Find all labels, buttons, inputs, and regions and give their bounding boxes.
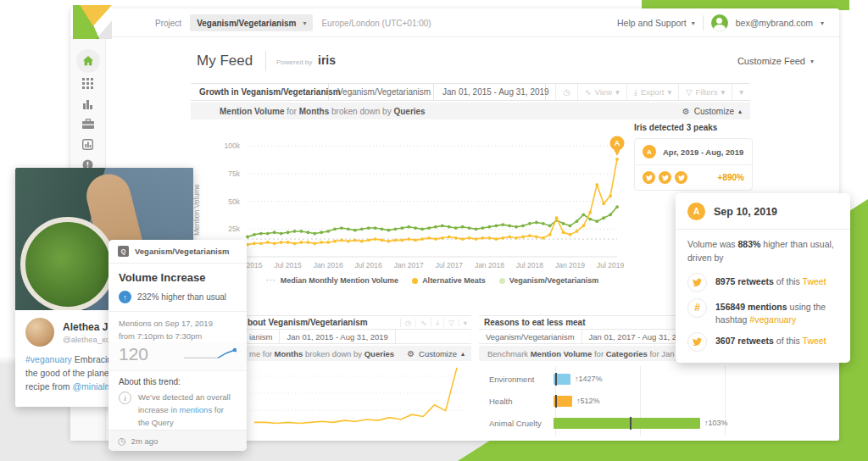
brand-logo[interactable] <box>73 5 112 39</box>
svg-text:A: A <box>615 139 620 147</box>
pale-dot-icon <box>499 278 505 284</box>
chevron-down-icon: ▾ <box>692 19 695 27</box>
feed-header: My Feed Powered by iris Customize Feed ▾ <box>191 47 822 76</box>
twitter-icon <box>687 273 707 292</box>
mentions-link[interactable]: mentions <box>180 405 213 414</box>
iris-peaks-heading: Iris detected 3 peaks <box>634 123 753 132</box>
twitter-icon[interactable] <box>643 171 655 184</box>
driver-row: # 156849 mentions using the hashtag #veg… <box>676 292 850 326</box>
y-tick: 25k <box>206 225 240 233</box>
peak-card-header: A Sep 10, 2019 <box>676 193 850 230</box>
hashtag-link[interactable]: #veganuary <box>25 354 72 364</box>
divider <box>703 15 704 31</box>
gear-icon: ⚙ <box>407 349 415 358</box>
environment-bar[interactable] <box>554 374 570 385</box>
x-tick: Jan 2018 <box>475 261 504 269</box>
project-selector-value: Veganism/Vegetarianism <box>197 19 296 28</box>
change-percent: ↑512% <box>576 397 600 405</box>
account-email: bex@mybrand.com <box>736 18 813 28</box>
dashed-line-icon: ··· <box>266 276 276 285</box>
line-icon[interactable]: ∿ <box>415 319 431 327</box>
volume-increase-card[interactable]: Q Veganism/Vegetarianism Volume Increase… <box>108 240 247 451</box>
download-icon[interactable]: ⤓ <box>431 318 443 327</box>
x-tick: Jan 2017 <box>394 261 424 269</box>
growth-panel-tabs: Growth in Veganism/Vegetarianism Veganis… <box>191 83 750 101</box>
iris-peaks-panel: Iris detected 3 peaks A Apr, 2019 - Aug,… <box>634 123 753 191</box>
gear-icon: ⚙ <box>682 107 690 116</box>
tweet-link[interactable]: Tweet <box>803 336 826 346</box>
iris-peak-row[interactable]: A Apr, 2019 - Aug, 2019 <box>635 139 752 165</box>
hashtag-icon: # <box>687 298 707 318</box>
x-tick: Jan 2019 <box>555 261 585 269</box>
filter-icon[interactable]: ▽ <box>443 319 459 327</box>
about-aggregation-bar: me for Months broken down by Queries ⚙ C… <box>242 346 471 361</box>
legend-alternative-meats: Alternative Meats <box>412 276 486 285</box>
benchmark-chart[interactable]: Environment ↑1427% Health ↑512% Animal C… <box>479 366 750 442</box>
filters-menu[interactable]: ▽Filters▾ <box>678 84 732 100</box>
chevron-down-icon[interactable]: ▾ <box>821 19 824 27</box>
date-range-tab[interactable]: Jan 01, 2015 - Aug 31, 2019 <box>434 84 546 100</box>
customize-chart-button[interactable]: ⚙ Customize ▴ <box>682 107 742 116</box>
peak-date-range: Apr, 2019 - Aug, 2019 <box>663 147 743 157</box>
twitter-icon[interactable] <box>675 171 687 184</box>
driver-row: 8975 retweets of this Tweet <box>676 267 850 292</box>
x-tick: Jul 2015 <box>274 261 301 269</box>
legend-median: ···Median Monthly Mention Volume <box>266 276 398 285</box>
screen: Project Veganism/Vegetarianism ▾ Europe/… <box>0 0 868 461</box>
legend-veganism: Veganism/Vegetarianism <box>499 276 599 285</box>
peak-insight-card[interactable]: A Sep 10, 2019 Volume was 883% higher th… <box>676 193 850 363</box>
history-icon[interactable]: ◷ <box>555 84 576 100</box>
peak-date: Sep 10, 2019 <box>714 206 777 218</box>
customize-feed-label: Customize Feed <box>737 56 805 66</box>
trend-sparkline <box>182 346 236 363</box>
query-tab[interactable]: Veganism/Vegetarianism <box>329 84 434 100</box>
iris-peak-card: A Apr, 2019 - Aug, 2019 +890% <box>634 138 753 191</box>
view-menu[interactable]: ∿View▾ <box>577 84 626 100</box>
x-tick: Jul 2018 <box>516 261 543 269</box>
chevron-down-icon[interactable]: ▾ <box>459 319 471 327</box>
volume-card-footer: ◷ 2m ago <box>108 430 247 451</box>
tweet-avatar[interactable] <box>25 318 54 347</box>
divider <box>265 51 266 71</box>
volume-card-title: Volume Increase <box>108 264 247 284</box>
y-tick: 75k <box>206 169 240 178</box>
tweet-link[interactable]: Tweet <box>803 276 826 286</box>
benchmark-row-environment: Environment ↑1427% <box>479 373 750 385</box>
export-menu[interactable]: ⤓Export▾ <box>626 84 678 100</box>
x-tick: Jul 2019 <box>597 261 624 269</box>
photo-salad-bowl-shape <box>20 217 115 310</box>
customize-feed-button[interactable]: Customize Feed ▾ <box>737 56 814 66</box>
query-tab[interactable]: Veganism/Vegetarianism <box>479 330 582 343</box>
twitter-icon[interactable] <box>659 171 671 184</box>
animal-cruelty-bar[interactable] <box>554 418 700 429</box>
iris-peak-tweets: +890% <box>635 165 752 190</box>
yellow-dot-icon <box>412 278 418 284</box>
x-tick: Jul 2017 <box>436 261 463 269</box>
benchmark-marker <box>555 395 557 408</box>
help-and-support-menu[interactable]: Help and Support ▾ <box>617 18 695 28</box>
benchmark-row-health: Health ↑512% <box>479 395 750 407</box>
timestamp: 2m ago <box>131 436 159 446</box>
query-tab[interactable]: ianism <box>242 330 280 343</box>
mention-link[interactable]: @minialm <box>72 381 112 392</box>
peak-a-badge: A <box>643 145 656 158</box>
user-avatar[interactable] <box>711 14 728 31</box>
about-veganism-panel: bout Veganism/Vegetarianism ◷ ∿ ⤓ ▽ ▾ ia… <box>242 315 471 441</box>
history-icon[interactable]: ◷ <box>400 319 415 327</box>
sidebar-item-home[interactable] <box>76 49 100 73</box>
volume-count-row: 120 <box>108 342 247 371</box>
volume-change-row: ↑ 232% higher than usual <box>108 284 247 312</box>
date-range-tab[interactable]: Jan 01, 2015 - Aug 31, 2019 <box>280 330 395 343</box>
info-icon: i <box>119 392 131 404</box>
customize-chart-button[interactable]: ⚙ Customize ▴ <box>407 349 465 358</box>
benchmark-marker <box>555 373 557 386</box>
iris-brand: iris <box>318 53 336 67</box>
collapse-menu[interactable]: ▾ <box>732 84 750 100</box>
project-selector[interactable]: Veganism/Vegetarianism ▾ <box>190 14 313 31</box>
growth-panel-title: Growth in Veganism/Vegetarianism <box>191 84 329 100</box>
change-percent: ↑1427% <box>575 375 603 383</box>
top-bar: Project Veganism/Vegetarianism ▾ Europe/… <box>70 8 839 37</box>
hashtag-link[interactable]: #veganuary <box>749 314 796 325</box>
about-volume-chart[interactable] <box>242 361 471 436</box>
health-bar[interactable] <box>554 396 572 407</box>
